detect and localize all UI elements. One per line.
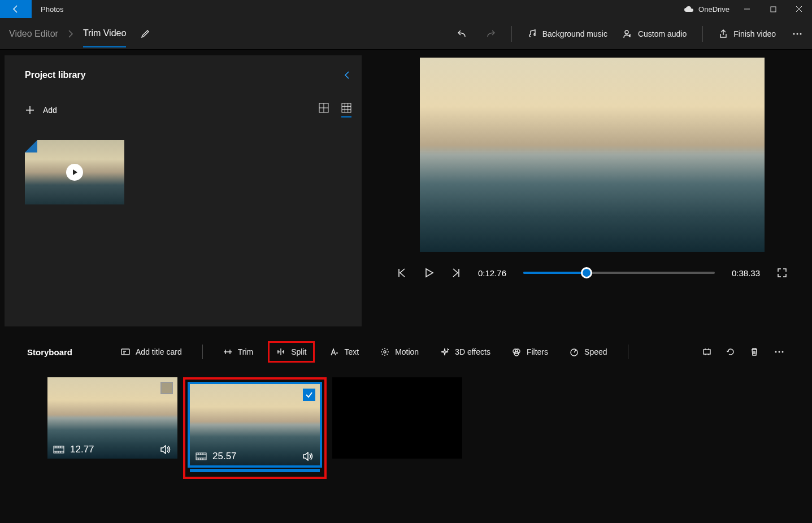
storyboard-more-button[interactable] — [774, 346, 785, 358]
preview-video[interactable] — [420, 58, 765, 252]
preview-panel: 0:12.76 0:38.33 — [362, 50, 812, 326]
volume-icon[interactable] — [160, 445, 172, 454]
chevron-right-icon — [66, 29, 75, 38]
total-time: 0:38.33 — [732, 268, 760, 278]
resize-button[interactable] — [702, 347, 711, 356]
separator — [628, 345, 628, 359]
svg-point-3 — [797, 33, 798, 34]
svg-point-15 — [779, 351, 780, 353]
grid-small-icon — [341, 103, 351, 113]
background-music-label: Background music — [542, 29, 607, 38]
speed-icon — [570, 347, 579, 356]
minimize-button[interactable] — [734, 0, 760, 18]
clip-checkbox[interactable] — [303, 389, 315, 401]
svg-point-16 — [782, 351, 784, 353]
redo-button[interactable] — [484, 28, 496, 40]
svg-rect-6 — [342, 103, 351, 112]
next-frame-button[interactable] — [451, 268, 461, 278]
background-music-button[interactable]: Background music — [528, 29, 607, 38]
motion-button[interactable]: Motion — [374, 343, 425, 361]
undo-button[interactable] — [457, 28, 468, 40]
svg-point-1 — [625, 30, 628, 34]
rotate-button[interactable] — [726, 347, 735, 356]
separator — [702, 26, 703, 42]
split-button[interactable]: Split — [268, 341, 315, 363]
add-title-card-button[interactable]: Add title card — [114, 343, 189, 361]
back-button[interactable] — [0, 0, 32, 18]
video-icon — [196, 452, 207, 460]
filters-button[interactable]: Filters — [505, 343, 555, 361]
text-button[interactable]: Text — [323, 343, 366, 361]
current-time: 0:12.76 — [478, 268, 506, 278]
play-button[interactable] — [424, 268, 434, 278]
fullscreen-button[interactable] — [777, 268, 787, 278]
prev-frame-button[interactable] — [397, 268, 407, 278]
close-button[interactable] — [786, 0, 812, 18]
volume-icon[interactable] — [303, 452, 314, 461]
grid-small-button[interactable] — [341, 103, 351, 117]
video-icon — [53, 446, 64, 454]
clip-checkbox[interactable] — [160, 382, 173, 394]
grid-large-button[interactable] — [319, 103, 329, 113]
split-icon — [276, 347, 285, 356]
storyboard-clip[interactable]: 12.77 — [47, 377, 177, 459]
minimize-icon — [744, 6, 750, 12]
svg-point-2 — [793, 33, 795, 34]
custom-audio-label: Custom audio — [638, 29, 687, 38]
seek-slider[interactable] — [523, 272, 715, 274]
used-indicator-icon — [25, 140, 37, 152]
separator — [202, 345, 203, 359]
arrow-left-icon — [11, 5, 20, 14]
svg-rect-13 — [704, 350, 710, 354]
svg-rect-17 — [54, 446, 64, 453]
custom-audio-button[interactable]: Custom audio — [623, 29, 687, 38]
player-controls: 0:12.76 0:38.33 — [389, 268, 795, 278]
sparkle-icon — [440, 347, 449, 356]
pencil-icon[interactable] — [141, 29, 150, 38]
storyboard-clips: 12.77 25.57 — [0, 372, 812, 507]
storyboard-toolbar: Storyboard Add title card Trim Split Tex… — [0, 332, 812, 372]
export-icon — [719, 29, 728, 38]
svg-point-8 — [384, 351, 386, 353]
storyboard-clip[interactable]: 25.57 — [183, 377, 327, 479]
svg-rect-0 — [771, 7, 776, 12]
speed-button[interactable]: Speed — [563, 343, 614, 361]
separator — [511, 26, 512, 42]
trim-icon — [223, 347, 232, 356]
breadcrumb-current[interactable]: Trim Video — [83, 28, 126, 47]
project-library-panel: Project library Add — [5, 55, 362, 326]
3d-effects-button[interactable]: 3D effects — [433, 343, 497, 361]
title-card-icon — [121, 347, 130, 356]
clip-progress-bar — [190, 469, 320, 472]
breadcrumb-root[interactable]: Video Editor — [9, 29, 58, 39]
svg-point-4 — [800, 33, 802, 34]
motion-icon — [380, 347, 389, 356]
clip-duration: 25.57 — [212, 451, 237, 462]
seek-thumb[interactable] — [581, 267, 592, 278]
library-clip-thumbnail[interactable] — [25, 140, 124, 204]
add-label: Add — [43, 106, 57, 115]
cloud-icon — [684, 6, 694, 12]
finish-video-button[interactable]: Finish video — [719, 29, 776, 38]
play-overlay-icon — [66, 164, 83, 181]
storyboard-title: Storyboard — [27, 347, 72, 357]
filters-icon — [512, 347, 521, 356]
breadcrumb: Video Editor Trim Video — [9, 20, 150, 47]
more-button[interactable] — [792, 28, 803, 40]
delete-button[interactable] — [750, 347, 759, 356]
maximize-button[interactable] — [760, 0, 786, 18]
app-title: Photos — [32, 5, 684, 14]
svg-point-14 — [775, 351, 777, 353]
svg-rect-18 — [196, 453, 206, 460]
plus-icon — [25, 105, 35, 115]
storyboard-drop-placeholder[interactable] — [332, 377, 462, 459]
person-music-icon — [623, 29, 632, 38]
trim-button[interactable]: Trim — [216, 343, 260, 361]
text-icon — [329, 347, 338, 356]
add-media-button[interactable]: Add — [25, 105, 57, 115]
svg-point-12 — [571, 349, 577, 356]
project-library-title: Project library — [25, 70, 342, 80]
clip-duration: 12.77 — [70, 444, 94, 455]
collapse-panel-button[interactable] — [342, 71, 351, 80]
onedrive-button[interactable]: OneDrive — [684, 5, 730, 14]
